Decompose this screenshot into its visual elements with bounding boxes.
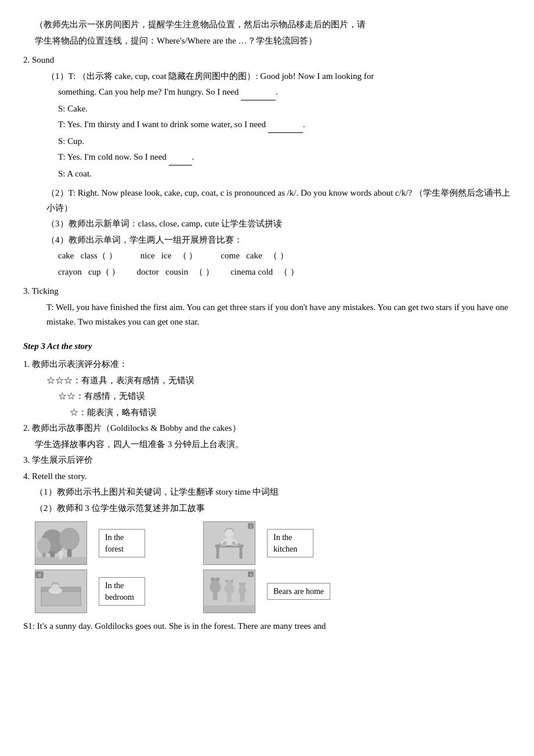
step3-2: 2. 教师出示故事图片（Goldilocks & Bobby and the c… [23, 421, 511, 436]
svg-rect-39 [227, 593, 232, 602]
step3-stars3: ☆：能表演，略有错误 [70, 405, 511, 420]
svg-point-5 [37, 538, 50, 553]
pron-pair-4: crayon cup（ ） [58, 265, 120, 280]
s2-s3: S: A coat. [58, 167, 511, 182]
step3-1: 1. 教师出示表演评分标准： [23, 357, 511, 372]
step3-3: 3. 学生展示后评价 [23, 453, 511, 468]
s2-p4: （4）教师出示单词，学生两人一组开展辨音比赛： [46, 233, 511, 248]
svg-rect-13 [240, 548, 243, 559]
image-row-1: In the forest [35, 521, 511, 565]
s2-s2: S: Cup. [58, 134, 511, 149]
pron-pair-5: doctor cousin （ ） [136, 265, 214, 280]
step3-4-1: （1）教师出示书上图片和关键词，让学生翻译 story time 中词组 [35, 485, 511, 500]
svg-rect-4 [67, 549, 72, 557]
s2-t3: T: Yes. I'm cold now. So I need . [58, 150, 511, 165]
blank1 [241, 85, 276, 100]
forest-image [35, 521, 87, 565]
pron-pair-1: cake class（ ） [58, 249, 117, 264]
intro-line1: （教师先出示一张房间图片，提醒学生注意物品位置，然后出示物品移走后的图片，请 [35, 17, 511, 33]
svg-text:2: 2 [250, 524, 252, 528]
svg-point-43 [243, 582, 246, 585]
caption-kitchen: In the kitchen [267, 529, 313, 557]
svg-rect-34 [213, 590, 218, 600]
s2-p1-label: （1）T: （出示将 cake, cup, coat 隐藏在房间图中的图）: G… [46, 69, 511, 84]
svg-point-38 [230, 579, 233, 582]
pron-pair-6: cinema cold （ ） [230, 265, 299, 280]
step3-heading: Step 3 Act the story [23, 339, 511, 354]
svg-point-42 [239, 582, 241, 585]
svg-text:d: d [38, 572, 41, 578]
pron-row-1: cake class（ ） nice ice （ ） come cake （ ） [58, 249, 511, 264]
bedroom-image: d [35, 570, 87, 613]
pron-pair-2: nice ice （ ） [140, 249, 198, 264]
s2-s1: S: Cake. [58, 102, 511, 117]
step3-2b: 学生选择故事内容，四人一组准备 3 分钟后上台表演。 [35, 437, 511, 452]
kitchen-image: 2 [203, 521, 255, 565]
section3-label: 3. Ticking [23, 284, 511, 299]
pron-row-2: crayon cup（ ） doctor cousin （ ） cinema c… [58, 265, 511, 280]
story-image-grid: In the forest [35, 521, 511, 613]
svg-point-37 [225, 579, 228, 582]
svg-rect-9 [60, 555, 62, 559]
s2-p2: （2）T: Right. Now please look, cake, cup,… [46, 186, 511, 215]
s2-t2: T: Yes. I'm thirsty and I want to drink … [58, 117, 511, 133]
step3-stars2: ☆☆：有感情，无错误 [58, 389, 511, 404]
s3-t: T: Well, you have finished the first aim… [46, 300, 511, 330]
image-row-2: d In the bedroom [35, 570, 511, 613]
svg-point-32 [211, 578, 214, 581]
pron-pair-3: come cake （ ） [221, 249, 288, 264]
svg-point-3 [59, 528, 80, 550]
s2-p1-cont: something. Can you help me? I'm hungry. … [58, 85, 511, 100]
step3-stars1: ☆☆☆：有道具，表演有感情，无错误 [46, 373, 511, 388]
caption-bears-home: Bears are home [267, 583, 330, 600]
section2-label: 2. Sound [23, 53, 511, 68]
main-content: （教师先出示一张房间图片，提醒学生注意物品位置，然后出示物品移走后的图片，请 学… [23, 17, 511, 634]
final-line: S1: It's a sunny day. Goldilocks goes ou… [23, 619, 511, 634]
caption-bedroom: In the bedroom [99, 577, 145, 606]
svg-text:4: 4 [250, 573, 252, 577]
intro-line2: 学生将物品的位置连线，提问：Where's/Where are the …？学生… [35, 34, 511, 49]
blank3 [169, 150, 192, 165]
svg-rect-12 [217, 548, 219, 559]
svg-point-33 [217, 578, 220, 581]
svg-rect-44 [240, 594, 244, 602]
bears-home-image: 4 [203, 570, 255, 613]
step3-4: 4. Retell the story. [23, 469, 511, 484]
s2-p3: （3）教师出示新单词：class, close, camp, cute 让学生尝… [46, 217, 511, 232]
step3-4-2: （2）教师和 3 位学生做示范复述并加工故事 [35, 501, 511, 516]
blank2 [268, 117, 303, 133]
caption-forest: In the forest [99, 529, 145, 557]
svg-rect-17 [226, 537, 232, 545]
svg-point-8 [59, 551, 63, 556]
svg-rect-45 [204, 605, 255, 613]
